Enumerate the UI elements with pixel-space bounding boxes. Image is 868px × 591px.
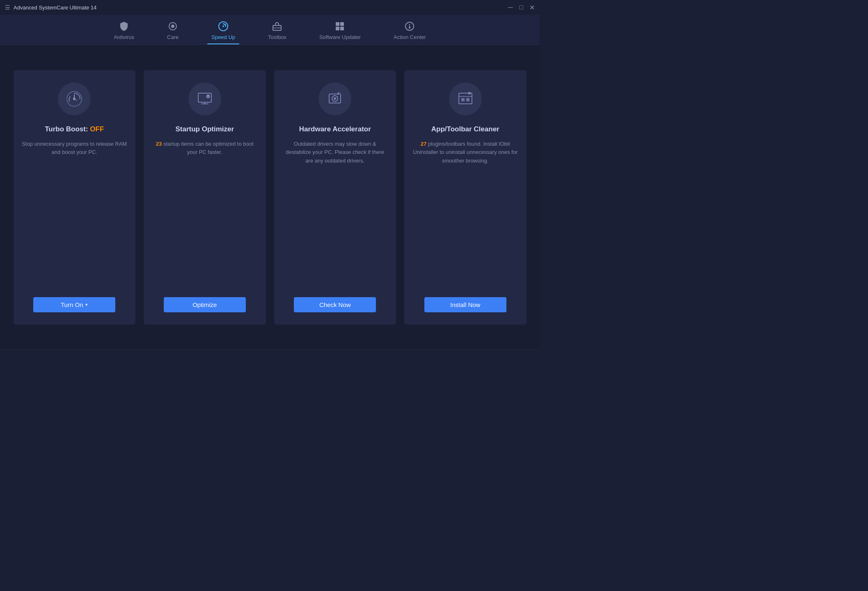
svg-rect-12 [409, 26, 410, 29]
startup-optimizer-icon [188, 82, 221, 115]
optimize-button[interactable]: Optimize [164, 297, 246, 312]
startup-optimizer-title: Startup Optimizer [175, 125, 234, 133]
tab-care[interactable]: Care [163, 18, 183, 44]
tab-antivirus[interactable]: Antivirus [110, 18, 138, 44]
window-controls: ─ □ ✕ [508, 5, 535, 10]
antivirus-label: Antivirus [114, 34, 134, 40]
app-toolbar-cleaner-icon [449, 82, 482, 115]
maximize-button[interactable]: □ [518, 5, 524, 10]
tab-toolbox[interactable]: Toolbox [264, 18, 291, 44]
dropdown-arrow-icon: ▾ [85, 302, 88, 307]
tab-speedup[interactable]: Speed Up [207, 18, 239, 44]
hardware-accelerator-desc: Outdated drivers may slow down & destabi… [282, 140, 388, 289]
action-center-icon [404, 21, 415, 32]
turn-on-button[interactable]: Turn On ▾ [33, 297, 115, 312]
svg-rect-7 [340, 22, 344, 26]
toolbox-icon [271, 21, 283, 32]
svg-rect-27 [466, 98, 469, 101]
main-content: Turbo Boost: OFF Stop unnecessary progra… [0, 45, 540, 350]
speedup-label: Speed Up [211, 34, 235, 40]
app-toolbar-cleaner-card: App/Toolbar Cleaner 27 plugins/toolbars … [404, 70, 527, 325]
turbo-boost-card: Turbo Boost: OFF Stop unnecessary progra… [14, 70, 136, 325]
care-icon [167, 21, 179, 32]
title-bar-left: ☰ Advanced SystemCare Ultimate 14 [5, 4, 96, 11]
title-bar: ☰ Advanced SystemCare Ultimate 14 ─ □ ✕ [0, 0, 540, 15]
svg-rect-26 [461, 98, 465, 101]
svg-point-1 [171, 25, 174, 28]
minimize-button[interactable]: ─ [508, 5, 513, 10]
software-updater-label: Software Updater [319, 34, 361, 40]
tab-software-updater[interactable]: Software Updater [315, 18, 365, 44]
turbo-boost-desc: Stop unnecessary programs to release RAM… [22, 140, 128, 289]
turbo-boost-title: Turbo Boost: OFF [45, 125, 104, 133]
app-toolbar-cleaner-title: App/Toolbar Cleaner [431, 125, 499, 133]
antivirus-icon [118, 21, 130, 32]
svg-rect-9 [340, 27, 344, 30]
check-now-button[interactable]: Check Now [294, 297, 376, 312]
action-center-label: Action Center [394, 34, 426, 40]
install-now-button[interactable]: Install Now [424, 297, 506, 312]
cards-container: Turbo Boost: OFF Stop unnecessary progra… [14, 70, 527, 325]
toolbox-label: Toolbox [268, 34, 286, 40]
hardware-accelerator-card: Hardware Accelerator Outdated drivers ma… [274, 70, 396, 325]
turbo-boost-button-area: Turn On ▾ [22, 289, 128, 312]
startup-optimizer-card: Startup Optimizer 23 startup items can b… [144, 70, 266, 325]
svg-rect-8 [336, 27, 339, 30]
hardware-accelerator-icon [318, 82, 351, 115]
hardware-accelerator-title: Hardware Accelerator [299, 125, 371, 133]
app-toolbar-cleaner-button-area: Install Now [412, 289, 518, 312]
software-updater-icon [334, 21, 346, 32]
app-toolbar-cleaner-desc: 27 plugins/toolbars found. Install IObit… [412, 140, 518, 289]
startup-optimizer-button-area: Optimize [152, 289, 258, 312]
svg-point-3 [222, 25, 224, 27]
nav-bar: Antivirus Care Speed Up To [0, 15, 540, 45]
svg-point-11 [409, 24, 410, 25]
svg-rect-24 [459, 93, 472, 104]
care-label: Care [167, 34, 179, 40]
svg-rect-6 [336, 22, 339, 26]
turbo-boost-icon [58, 82, 91, 115]
hardware-accelerator-button-area: Check Now [282, 289, 388, 312]
status-bar [0, 350, 540, 361]
startup-optimizer-desc: 23 startup items can be optimized to boo… [152, 140, 258, 289]
speedup-icon [218, 21, 229, 32]
svg-point-23 [334, 97, 336, 100]
app-title: Advanced SystemCare Ultimate 14 [14, 5, 96, 11]
close-button[interactable]: ✕ [529, 5, 535, 10]
tab-action-center[interactable]: Action Center [389, 18, 430, 44]
menu-icon[interactable]: ☰ [5, 4, 10, 11]
